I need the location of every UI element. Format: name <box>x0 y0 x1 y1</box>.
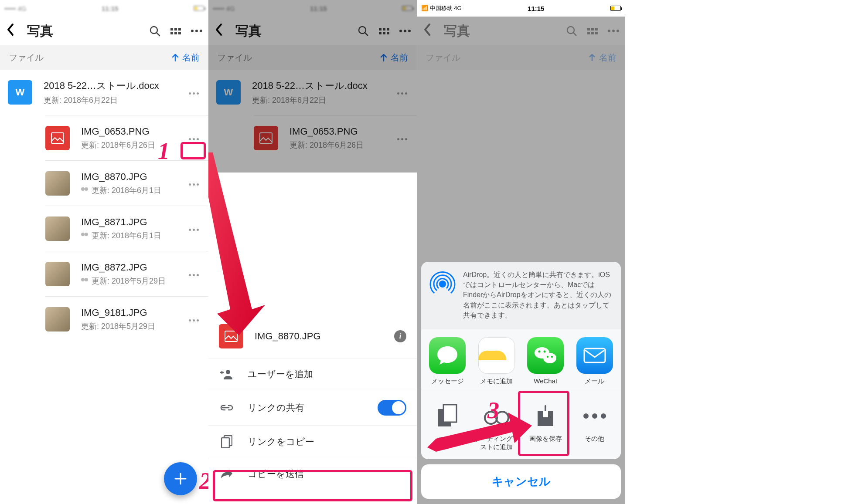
file-more-button[interactable] <box>185 315 202 323</box>
airdrop-icon <box>428 270 457 298</box>
sort-label: 名前 <box>182 52 200 64</box>
status-bar: 📶 中国移动 4G11:15 <box>417 0 625 17</box>
svg-point-27 <box>592 413 597 419</box>
option-copy-link[interactable]: リンクをコピー <box>208 425 417 458</box>
share-app-label: メモに追加 <box>480 377 513 386</box>
share-app-label: メッセージ <box>431 377 464 386</box>
share-cancel-button[interactable]: キャンセル <box>421 464 621 499</box>
overflow-button[interactable] <box>191 25 202 37</box>
svg-rect-21 <box>443 405 456 422</box>
back-button[interactable] <box>6 23 21 40</box>
panel-1: ••••• 4G11:15 写真 ファイル <box>0 0 208 504</box>
photo-thumbnail <box>45 307 70 331</box>
file-updated: 更新: 2018年6月1日 <box>81 185 185 196</box>
file-more-button[interactable] <box>185 225 202 233</box>
info-button[interactable]: i <box>394 330 406 342</box>
file-row[interactable]: IMG_8872.JPG 更新: 2018年5月29日 <box>45 251 208 296</box>
airdrop-description: AirDrop。近くの人と簡単に共有できます。iOSではコントロールセンターから… <box>463 270 614 320</box>
copy-action-icon <box>436 404 458 428</box>
share-action-item[interactable]: コピー <box>423 401 472 451</box>
search-button[interactable] <box>149 25 160 37</box>
file-name: IMG_8871.JPG <box>81 216 185 228</box>
sheet-file-name: IMG_8870.JPG <box>255 331 394 342</box>
chevron-left-icon <box>6 23 15 36</box>
photo-thumbnail <box>45 262 70 286</box>
panel-3: 📶 中国移动 4G11:15 写真 ファイル名前 AirDrop。近くの人と簡単… <box>417 0 625 504</box>
tutorial-three-panels: ••••• 4G11:15 写真 ファイル <box>0 0 855 504</box>
share-app-item[interactable]: メッセージ <box>423 337 472 386</box>
svg-rect-2 <box>51 133 64 143</box>
link-icon <box>219 404 235 411</box>
file-row[interactable]: IMG_8870.JPG 更新: 2018年6月1日 <box>45 160 208 206</box>
copy-icon <box>219 435 235 448</box>
shared-icon <box>81 278 89 284</box>
file-updated: 更新: 2018年5月29日 <box>81 321 185 331</box>
shared-icon <box>81 187 89 193</box>
shared-icon <box>81 233 89 239</box>
svg-point-15 <box>538 351 541 353</box>
wechat-icon <box>533 345 558 366</box>
svg-point-28 <box>601 413 606 419</box>
step-badge-2: 2 <box>199 467 208 494</box>
word-file-icon: W <box>8 80 32 105</box>
file-row[interactable]: IMG_9181.JPG 更新: 2018年5月29日 <box>45 296 208 342</box>
ios-share-sheet: AirDrop。近くの人と簡単に共有できます。iOSではコントロールセンターから… <box>421 262 621 499</box>
file-list: W 2018 5-22…ストール.docx 更新: 2018年6月22日 IMG… <box>0 70 208 342</box>
fab-add-button[interactable] <box>164 462 197 495</box>
share-app-item[interactable]: WeChat <box>521 337 570 386</box>
file-more-button[interactable] <box>185 88 202 96</box>
file-more-button[interactable] <box>185 134 202 142</box>
sort-button[interactable]: 名前 <box>172 52 200 64</box>
share-apps-row: メッセージメモに追加WeChatメール <box>421 329 621 390</box>
file-name: IMG_0653.PNG <box>81 126 185 137</box>
svg-point-14 <box>543 353 556 363</box>
svg-rect-8 <box>221 438 229 448</box>
svg-marker-9 <box>208 152 265 335</box>
photo-thumbnail <box>45 216 70 241</box>
file-updated: 更新: 2018年6月22日 <box>44 95 185 105</box>
grid-icon <box>170 28 181 34</box>
tutorial-arrow-1-to-2 <box>208 152 278 335</box>
more-action-icon <box>582 413 607 419</box>
modal-backdrop[interactable] <box>208 0 417 173</box>
person-add-icon <box>219 369 235 379</box>
airdrop-section: AirDrop。近くの人と簡単に共有できます。iOSではコントロールセンターから… <box>421 262 621 329</box>
step-2-highlight <box>213 470 412 501</box>
option-add-user[interactable]: ユーザーを追加 <box>208 358 417 390</box>
step-1-highlight <box>181 142 206 159</box>
share-action-label: リーディングリストに追加 <box>472 435 521 451</box>
file-name: IMG_8870.JPG <box>81 171 185 183</box>
svg-point-17 <box>547 356 548 358</box>
file-name: IMG_8872.JPG <box>81 262 185 273</box>
svg-line-1 <box>157 33 160 36</box>
panel-2: ••••• 4G11:15 写真 ファイル名前 W 2018 5-22…ストール… <box>208 0 417 504</box>
share-app-item[interactable]: メール <box>570 337 620 386</box>
arrow-up-icon <box>172 54 179 61</box>
section-label: ファイル <box>9 52 172 64</box>
file-row[interactable]: W 2018 5-22…ストール.docx 更新: 2018年6月22日 <box>0 70 208 115</box>
sort-bar: ファイル 名前 <box>0 45 208 70</box>
step-badge-3: 3 <box>487 397 499 424</box>
mail-icon <box>583 348 606 363</box>
file-updated: 更新: 2018年6月26日 <box>81 140 185 150</box>
search-icon <box>149 25 160 37</box>
view-toggle-button[interactable] <box>170 25 181 37</box>
file-name: 2018 5-22…ストール.docx <box>44 79 185 92</box>
svg-point-7 <box>226 370 230 374</box>
file-row[interactable]: IMG_8871.JPG 更新: 2018年6月1日 <box>45 206 208 251</box>
svg-point-26 <box>583 413 589 419</box>
file-more-button[interactable] <box>185 179 202 187</box>
option-link-share[interactable]: リンクの共有 <box>208 390 417 425</box>
link-share-toggle[interactable] <box>378 400 406 416</box>
svg-rect-19 <box>584 348 605 362</box>
image-file-icon <box>45 126 70 150</box>
photo-thumbnail <box>45 171 70 196</box>
svg-rect-6 <box>225 331 237 342</box>
share-app-item[interactable]: メモに追加 <box>472 337 521 386</box>
step-badge-1: 1 <box>158 138 170 165</box>
step-3-highlight <box>518 391 569 456</box>
file-name: IMG_9181.JPG <box>81 307 185 318</box>
file-more-button[interactable] <box>185 270 202 278</box>
share-app-label: WeChat <box>534 377 557 385</box>
share-action-item[interactable]: その他 <box>570 401 620 451</box>
